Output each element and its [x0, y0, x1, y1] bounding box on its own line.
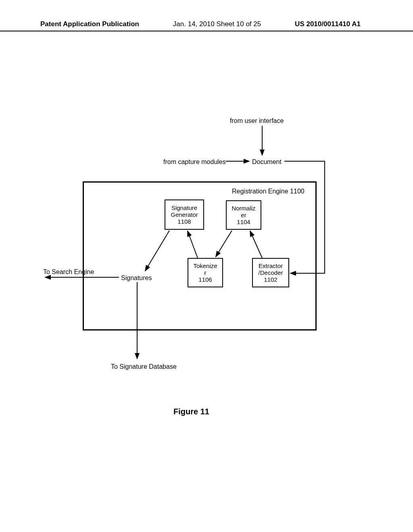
svg-line-5 [145, 231, 169, 271]
svg-line-3 [216, 231, 232, 257]
diagram-canvas: from user interface from capture modules… [0, 0, 413, 532]
svg-line-4 [188, 231, 198, 258]
svg-line-2 [250, 231, 262, 258]
arrows-svg [0, 0, 413, 532]
